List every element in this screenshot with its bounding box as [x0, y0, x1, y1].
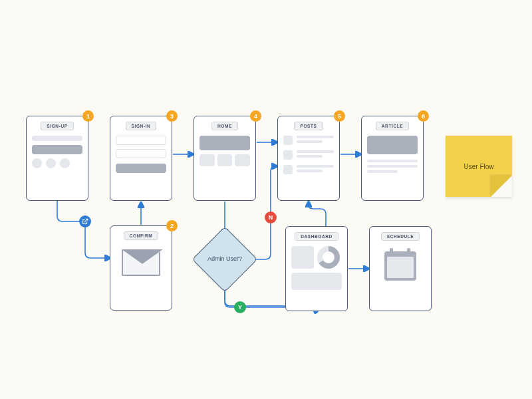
node-home-label: HOME [211, 122, 238, 130]
badge-1: 1 [82, 110, 94, 122]
decision-admin-user-label: Admin User? [195, 255, 255, 262]
node-signup[interactable]: 1 SIGN-UP [26, 116, 88, 201]
node-home[interactable]: 4 HOME [194, 116, 256, 201]
edge-label-yes: Y [234, 301, 246, 313]
sticky-note[interactable]: User Flow [446, 136, 512, 197]
node-article[interactable]: 6 ARTICLE [361, 116, 424, 201]
node-posts-label: POSTS [294, 122, 323, 130]
node-signin[interactable]: 3 SIGN-IN [110, 116, 172, 201]
badge-6: 6 [418, 110, 429, 122]
badge-2: 2 [166, 220, 178, 231]
wireframe-button [32, 145, 82, 154]
envelope-icon [122, 249, 160, 276]
wireframe-dots [32, 158, 82, 168]
badge-4: 4 [250, 110, 261, 122]
donut-icon [317, 246, 340, 269]
wireframe-panel [291, 273, 342, 290]
wireframe-tiles [200, 154, 250, 166]
wireframe-button [116, 164, 166, 173]
wireframe-list-item [283, 150, 334, 160]
node-dashboard[interactable]: DASHBOARD [285, 226, 348, 311]
edge-action-icon [79, 215, 91, 227]
node-dashboard-label: DASHBOARD [295, 232, 338, 241]
node-schedule-label: SCHEDULE [381, 232, 420, 241]
node-schedule[interactable]: SCHEDULE [369, 226, 432, 311]
wireframe-list-item [283, 165, 334, 174]
calendar-icon [384, 251, 416, 281]
wireframe-dashboard-row [291, 246, 342, 269]
wireframe-input [116, 149, 166, 158]
badge-5: 5 [334, 110, 345, 122]
external-link-icon [82, 218, 88, 225]
node-signup-label: SIGN-UP [41, 122, 73, 130]
wireframe-paragraph [367, 160, 418, 173]
wireframe-hero [200, 136, 250, 150]
edge-label-no: N [265, 211, 277, 223]
node-signin-label: SIGN-IN [126, 122, 157, 130]
wireframe-line [32, 136, 82, 141]
node-confirm-label: CONFIRM [124, 231, 159, 240]
wireframe-list-item [283, 136, 334, 145]
node-posts[interactable]: 5 POSTS [277, 116, 340, 201]
sticky-note-text: User Flow [446, 136, 512, 197]
node-confirm[interactable]: 2 CONFIRM [110, 225, 172, 311]
badge-3: 3 [166, 110, 178, 122]
wireframe-image [367, 136, 418, 154]
node-article-label: ARTICLE [376, 122, 409, 130]
wireframe-input [116, 136, 166, 145]
